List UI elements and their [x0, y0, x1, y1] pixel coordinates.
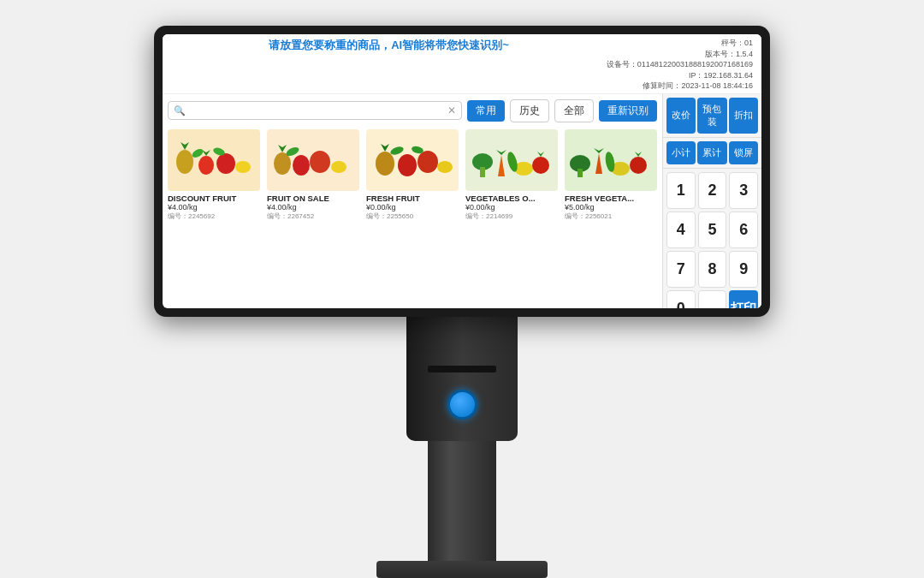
- subtotal-button[interactable]: 小计: [666, 141, 696, 164]
- product-card[interactable]: VEGETABLES O... ¥0.00/kg 编号：2214699: [465, 129, 558, 303]
- action-row-2: 小计 累计 锁屏: [663, 138, 761, 169]
- num-3-button[interactable]: 3: [729, 172, 758, 209]
- search-input-wrap[interactable]: 🔍 ✕: [168, 101, 462, 120]
- product-code: 编号：2267452: [267, 212, 359, 221]
- printer-slot: [428, 366, 496, 372]
- svg-point-3: [198, 156, 214, 175]
- tab-history[interactable]: 历史: [510, 99, 549, 122]
- search-icon: 🔍: [174, 105, 186, 116]
- banner-text: 请放置您要称重的商品，AI智能将带您快速识别~: [171, 38, 607, 53]
- discount-button[interactable]: 折扣: [729, 98, 758, 134]
- product-image: [168, 129, 260, 191]
- lock-screen-button[interactable]: 锁屏: [729, 141, 758, 164]
- svg-point-20: [418, 151, 438, 173]
- product-card[interactable]: DISCOUNT FRUIT ¥4.00/kg 编号：2245692: [168, 129, 260, 303]
- num-6-button[interactable]: 6: [729, 212, 758, 248]
- version: 版本号：1.5.4: [705, 49, 753, 60]
- svg-rect-35: [578, 169, 583, 177]
- product-price: ¥4.00/kg: [267, 203, 359, 212]
- product-name: FRESH FRUIT: [366, 194, 459, 203]
- tab-common[interactable]: 常用: [467, 100, 505, 122]
- num-0-button[interactable]: 0: [666, 290, 696, 308]
- product-card[interactable]: FRESH VEGETA... ¥5.00/kg 编号：2256021: [565, 129, 657, 303]
- product-image: [465, 129, 558, 191]
- total-button[interactable]: 累计: [697, 141, 726, 164]
- num-9-button[interactable]: 9: [729, 251, 758, 288]
- product-grid: DISCOUNT FRUIT ¥4.00/kg 编号：2245692: [168, 129, 657, 303]
- svg-point-5: [216, 153, 235, 174]
- product-code: 编号：2255650: [366, 212, 459, 221]
- change-price-button[interactable]: 改价: [666, 98, 696, 134]
- print-button[interactable]: 打印: [729, 290, 758, 308]
- num-5-button[interactable]: 5: [698, 212, 727, 248]
- product-image: [565, 129, 657, 191]
- screen: 请放置您要称重的商品，AI智能将带您快速识别~ 秤号：01 版本号：1.5.4 …: [163, 34, 761, 308]
- product-price: ¥0.00/kg: [465, 203, 558, 212]
- product-price: ¥5.00/kg: [565, 203, 657, 212]
- product-code: 编号：2245692: [168, 212, 260, 221]
- search-input[interactable]: [189, 105, 447, 116]
- left-panel: 🔍 ✕ 常用 历史 全部 重新识别: [163, 94, 663, 308]
- right-panel: 改价 预包装 折扣 小计 累计 锁屏 1 2 3: [663, 94, 761, 308]
- stand-base: [376, 561, 548, 578]
- num-1-button[interactable]: 1: [666, 172, 696, 209]
- svg-point-39: [630, 157, 647, 174]
- ip: IP：192.168.31.64: [689, 70, 753, 81]
- product-code: 编号：2214699: [465, 212, 558, 221]
- svg-point-10: [274, 152, 291, 175]
- svg-point-19: [398, 154, 417, 176]
- tab-all[interactable]: 全部: [554, 99, 594, 122]
- action-row-1: 改价 预包装 折扣: [663, 94, 761, 138]
- datetime: 修算时间：2023-11-08 18:44:16: [643, 80, 753, 92]
- scale-number: 秤号：01: [721, 38, 753, 49]
- product-name: FRESH VEGETA...: [565, 194, 657, 203]
- product-price: ¥4.00/kg: [168, 203, 260, 212]
- main-area: 🔍 ✕ 常用 历史 全部 重新识别: [163, 94, 761, 308]
- svg-point-1: [176, 150, 193, 174]
- product-code: 编号：2256021: [565, 212, 657, 221]
- num-7-button[interactable]: 7: [666, 251, 696, 288]
- product-name: VEGETABLES O...: [465, 194, 558, 203]
- rescan-button[interactable]: 重新识别: [599, 100, 657, 122]
- svg-rect-26: [480, 167, 485, 177]
- scene: 请放置您要称重的商品，AI智能将带您快速识别~ 秤号：01 版本号：1.5.4 …: [0, 0, 924, 578]
- svg-point-12: [293, 155, 310, 176]
- device-id: 设备号：011481220031888192007168169: [607, 59, 753, 70]
- top-banner: 请放置您要称重的商品，AI智能将带您快速识别~ 秤号：01 版本号：1.5.4 …: [163, 34, 761, 94]
- monitor: 请放置您要称重的商品，AI智能将带您快速识别~ 秤号：01 版本号：1.5.4 …: [154, 26, 770, 317]
- product-image: [267, 129, 359, 191]
- product-card[interactable]: FRUIT ON SALE ¥4.00/kg 编号：2267452: [267, 129, 359, 303]
- product-name: FRUIT ON SALE: [267, 194, 359, 203]
- svg-point-30: [532, 157, 549, 174]
- search-bar: 🔍 ✕ 常用 历史 全部 重新识别: [168, 99, 657, 122]
- svg-point-14: [331, 161, 346, 173]
- clear-icon[interactable]: ✕: [447, 104, 456, 116]
- numpad: 1 2 3 4 5 6 7 8 9 0 . 打印: [663, 169, 761, 308]
- svg-point-17: [376, 152, 394, 176]
- product-image: [366, 129, 459, 191]
- svg-point-21: [437, 161, 453, 173]
- power-button[interactable]: [447, 390, 477, 420]
- num-2-button[interactable]: 2: [698, 172, 727, 209]
- num-8-button[interactable]: 8: [698, 251, 727, 288]
- decimal-button[interactable]: .: [698, 290, 727, 308]
- prepack-button[interactable]: 预包装: [697, 98, 726, 134]
- product-card[interactable]: FRESH FRUIT ¥0.00/kg 编号：2255650: [366, 129, 459, 303]
- svg-point-13: [310, 151, 330, 173]
- product-name: DISCOUNT FRUIT: [168, 194, 260, 203]
- product-price: ¥0.00/kg: [366, 203, 459, 212]
- num-4-button[interactable]: 4: [666, 212, 696, 248]
- svg-point-6: [235, 161, 251, 173]
- info-block: 秤号：01 版本号：1.5.4 设备号：01148122003188819200…: [607, 38, 753, 92]
